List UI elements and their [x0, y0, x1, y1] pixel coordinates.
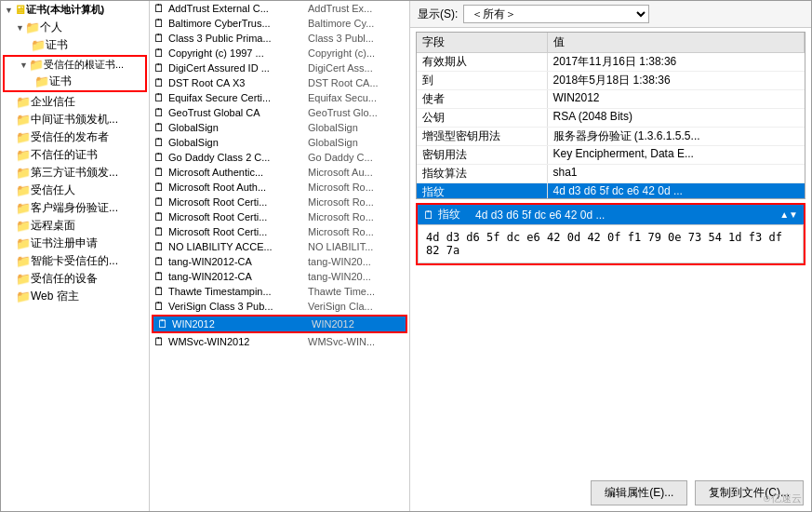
tree-trusted-root-certs[interactable]: 📁 证书	[5, 73, 145, 90]
cert-list-item[interactable]: 🗒WIN2012WIN2012	[152, 315, 407, 333]
table-cell-value: RSA (2048 Bits)	[547, 109, 805, 128]
cert-list-item[interactable]: 🗒GlobalSignGlobalSign	[150, 120, 409, 135]
tree-third-party[interactable]: 📁 第三方证书颁发...	[1, 164, 149, 182]
table-cell-value: WIN2012	[547, 90, 805, 109]
edit-properties-button[interactable]: 编辑属性(E)...	[591, 480, 687, 505]
table-header-row: 字段 值	[417, 33, 805, 53]
cert-list-item[interactable]: 🗒Copyright (c) 1997 ...Copyright (c)...	[150, 46, 409, 61]
cert-list-item[interactable]: 🗒Microsoft Root Certi...Microsoft Ro...	[150, 195, 409, 209]
folder-trusted-root-certs-icon: 📁	[34, 74, 49, 88]
table-cell-value: Key Encipherment, Data E...	[547, 146, 805, 165]
table-row[interactable]: 有效期从2017年11月16日 1:38:36	[417, 53, 805, 72]
tree-trusted-publishers[interactable]: 📁 受信任的发布者	[1, 128, 149, 146]
cert-item-icon: 🗒	[153, 255, 165, 268]
cert-item-value: Microsoft Ro...	[308, 196, 406, 208]
table-row[interactable]: 指纹算法sha1	[417, 165, 805, 183]
tree-personal-label: 个人	[40, 20, 62, 35]
cert-list-item[interactable]: 🗒NO LIABILITY ACCE...NO LIABILIT...	[150, 239, 409, 254]
cert-list-item[interactable]: 🗒GlobalSignGlobalSign	[150, 135, 409, 150]
watermark: ⊙亿速云	[763, 492, 802, 505]
cert-item-value: VeriSign Cla...	[308, 301, 406, 312]
cert-list-item[interactable]: 🗒Baltimore CyberTrus...Baltimore Cy...	[150, 16, 409, 31]
table-row[interactable]: 公钥RSA (2048 Bits)	[417, 109, 805, 128]
cert-list-item[interactable]: 🗒Microsoft Authentic...Microsoft Au...	[150, 165, 409, 180]
table-row[interactable]: 指纹4d d3 d6 5f dc e6 42 0d ...	[417, 183, 805, 200]
cert-item-icon: 🗒	[153, 195, 165, 209]
tree-web-host-label: Web 宿主	[31, 289, 79, 304]
fingerprint-selected-row[interactable]: 🗒 指纹 4d d3 d6 5f dc e6 42 0d ... ▲▼	[418, 205, 804, 224]
cert-list-item[interactable]: 🗒WMSvc-WIN2012WMSvc-WIN...	[150, 334, 409, 349]
cert-machine-icon: 🖥	[14, 3, 26, 17]
cert-list-item[interactable]: 🗒Microsoft Root Certi...Microsoft Ro...	[150, 209, 409, 224]
tree-intermediate[interactable]: 📁 中间证书颁发机...	[1, 111, 149, 128]
table-row[interactable]: 到2018年5月18日 1:38:36	[417, 72, 805, 90]
cert-list-item[interactable]: 🗒tang-WIN2012-CAtang-WIN20...	[150, 269, 409, 284]
table-row[interactable]: 使者WIN2012	[417, 90, 805, 109]
cert-list-item[interactable]: 🗒DST Root CA X3DST Root CA...	[150, 75, 409, 90]
table-cell-field: 使者	[417, 90, 547, 109]
table-cell-field: 密钥用法	[417, 146, 547, 165]
table-cell-value: sha1	[547, 165, 805, 183]
cert-item-icon: 🗒	[153, 121, 165, 134]
tree-trusted-devices[interactable]: 📁 受信任的设备	[1, 270, 149, 288]
cert-item-icon: 🗒	[153, 240, 165, 253]
table-cell-value: 2018年5月18日 1:38:36	[547, 72, 805, 90]
cert-list-item[interactable]: 🗒tang-WIN2012-CAtang-WIN20...	[150, 254, 409, 269]
cert-item-icon: 🗒	[153, 106, 165, 119]
cert-item-icon: 🗒	[153, 61, 165, 74]
fingerprint-field-value: 4d d3 d6 5f dc e6 42 0d ...	[475, 209, 779, 222]
tree-enterprise[interactable]: 📁 企业信任	[1, 93, 149, 111]
tree-desktop-label: 远程桌面	[31, 218, 75, 234]
cert-list-item[interactable]: 🗒Class 3 Public Prima...Class 3 Publ...	[150, 31, 409, 46]
tree-personal[interactable]: ▼ 📁 个人	[1, 19, 149, 36]
folder-personal-certs-icon: 📁	[31, 38, 46, 52]
cert-list-item[interactable]: 🗒DigiCert Assured ID ...DigiCert Ass...	[150, 61, 409, 75]
tree-web-host[interactable]: 📁 Web 宿主	[1, 288, 149, 305]
table-row[interactable]: 密钥用法Key Encipherment, Data E...	[417, 146, 805, 165]
details-table-body: 有效期从2017年11月16日 1:38:36到2018年5月18日 1:38:…	[417, 53, 805, 200]
cert-item-icon: 🗒	[153, 225, 165, 238]
cert-item-value: Class 3 Publ...	[308, 33, 406, 44]
cert-item-value: Microsoft Au...	[308, 167, 406, 178]
col-value: 值	[547, 33, 805, 53]
tree-trusted-people[interactable]: 📁 受信任人	[1, 182, 149, 199]
tree-untrusted[interactable]: 📁 不信任的证书	[1, 146, 149, 164]
cert-list-item[interactable]: 🗒Microsoft Root Certi...Microsoft Ro...	[150, 224, 409, 239]
tree-smart-card[interactable]: 📁 智能卡受信任的...	[1, 252, 149, 270]
cert-list-item[interactable]: 🗒AddTrust External C...AddTrust Ex...	[150, 1, 409, 16]
expand-personal[interactable]: ▼	[16, 23, 24, 33]
show-select[interactable]: ＜所有＞	[463, 5, 649, 23]
cert-list-item[interactable]: 🗒Go Daddy Class 2 C...Go Daddy C...	[150, 150, 409, 165]
tree-trusted-people-label: 受信任人	[31, 182, 75, 198]
expand-icon[interactable]: ▼	[5, 6, 13, 15]
cert-item-icon: 🗒	[153, 181, 165, 194]
table-cell-field: 指纹	[417, 183, 547, 200]
tree-client-auth[interactable]: 📁 客户端身份验证...	[1, 199, 149, 217]
table-cell-value: 2017年11月16日 1:38:36	[547, 53, 805, 72]
expand-trusted-root[interactable]: ▼	[20, 61, 28, 70]
tree-trusted-root[interactable]: ▼ 📁 受信任的根证书...	[5, 57, 145, 73]
watermark-text: ⊙亿速云	[763, 492, 802, 504]
tree-personal-certs[interactable]: 📁 证书	[1, 36, 149, 54]
cert-list-item[interactable]: 🗒Equifax Secure Certi...Equifax Secu...	[150, 90, 409, 105]
cert-list-item[interactable]: 🗒Thawte Timestampin...Thawte Time...	[150, 284, 409, 299]
cert-item-name: Microsoft Root Certi...	[168, 226, 308, 237]
cert-item-value: Baltimore Cy...	[308, 18, 406, 29]
folder-intermediate-icon: 📁	[16, 113, 31, 127]
tree-root[interactable]: ▼ 🖥 证书(本地计算机)	[1, 1, 149, 19]
cert-item-icon: 🗒	[153, 210, 165, 223]
cert-item-name: tang-WIN2012-CA	[168, 271, 308, 282]
cert-item-value: NO LIABILIT...	[308, 241, 406, 252]
cert-item-value: Equifax Secu...	[308, 92, 406, 103]
cert-item-name: AddTrust External C...	[168, 3, 308, 14]
cert-list-item[interactable]: 🗒VeriSign Class 3 Pub...VeriSign Cla...	[150, 299, 409, 314]
cert-list-item[interactable]: 🗒Microsoft Root Auth...Microsoft Ro...	[150, 180, 409, 195]
cert-item-value: Microsoft Ro...	[308, 226, 406, 237]
tree-desktop[interactable]: 📁 远程桌面	[1, 217, 149, 235]
table-row[interactable]: 增强型密钥用法服务器身份验证 (1.3.6.1.5.5...	[417, 128, 805, 146]
cert-list-item[interactable]: 🗒GeoTrust Global CAGeoTrust Glo...	[150, 105, 409, 120]
table-cell-field: 增强型密钥用法	[417, 128, 547, 146]
cert-item-value: Go Daddy C...	[308, 152, 406, 163]
cert-item-name: WIN2012	[172, 318, 312, 330]
tree-cert-enrollment[interactable]: 📁 证书注册申请	[1, 235, 149, 252]
